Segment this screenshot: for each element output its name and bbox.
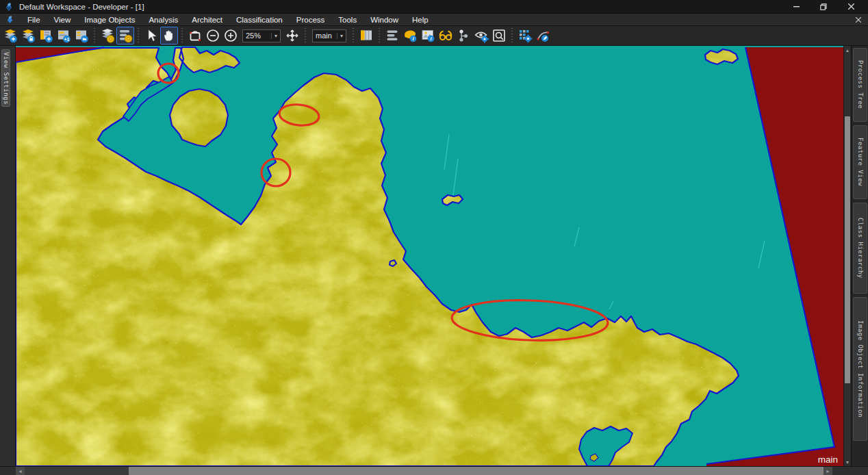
content-area: View Settings xyxy=(0,46,868,466)
import-scene-icon[interactable]: +1 xyxy=(55,27,73,44)
close-button[interactable] xyxy=(842,1,860,12)
toolbar-separator xyxy=(93,28,96,43)
view-combo[interactable]: main ▾ xyxy=(312,29,346,42)
window-title: Default Workspace - Developer - [1] xyxy=(19,3,787,11)
vertical-scroll-track[interactable] xyxy=(844,54,851,458)
split-view-icon[interactable] xyxy=(357,27,375,44)
tab-view-settings-label: View Settings xyxy=(3,52,10,105)
restore-button[interactable] xyxy=(815,1,832,12)
tab-class-hierarchy-label: Class Hierarchy xyxy=(857,218,864,279)
horizontal-scroll-track[interactable] xyxy=(25,467,129,475)
tab-image-object-information-label: Image Object Information xyxy=(857,320,864,418)
scroll-down-icon[interactable]: ▼ xyxy=(844,458,851,466)
tool-bar: +1 xyxy=(0,26,868,46)
toolbar-separator xyxy=(352,28,355,43)
horizontal-scroll-thumb[interactable] xyxy=(129,467,824,475)
menu-bar: File View Image Objects Analysis Archite… xyxy=(0,14,868,26)
chevron-down-icon: ▾ xyxy=(337,33,343,39)
manage-variables-icon[interactable] xyxy=(516,27,534,44)
classified-scene[interactable]: main xyxy=(16,46,843,466)
vertical-scroll-thumb[interactable] xyxy=(845,116,850,383)
single-layer-rows-icon[interactable] xyxy=(383,27,401,44)
pixel-view-info-icon[interactable]: i xyxy=(419,27,437,44)
create-project-icon[interactable] xyxy=(1,27,19,44)
toolbar-separator xyxy=(378,28,381,43)
menu-analysis[interactable]: Analysis xyxy=(142,14,185,25)
zoom-out-icon[interactable] xyxy=(204,27,222,44)
app-window: Default Workspace - Developer - [1] File… xyxy=(0,0,868,475)
chevron-down-icon: ▾ xyxy=(271,33,277,39)
zoom-level-combo[interactable]: 25% ▾ xyxy=(242,29,281,42)
menu-classification[interactable]: Classification xyxy=(229,14,290,25)
close-document-icon[interactable] xyxy=(856,17,861,23)
zoom-scene-icon[interactable] xyxy=(490,27,508,44)
tab-image-object-information[interactable]: Image Object Information xyxy=(853,297,867,441)
menu-tools[interactable]: Tools xyxy=(331,14,363,25)
viewer-pane-label: main xyxy=(818,454,838,465)
menu-process[interactable]: Process xyxy=(290,14,332,25)
tab-class-hierarchy[interactable]: Class Hierarchy xyxy=(853,203,867,294)
app-logo-icon xyxy=(4,2,14,12)
open-project-icon[interactable] xyxy=(73,27,90,44)
tab-process-tree-label: Process Tree xyxy=(857,60,864,109)
svg-text:+1: +1 xyxy=(64,37,70,42)
document-icon xyxy=(5,15,14,24)
scroll-left-icon[interactable]: ◄ xyxy=(16,467,25,475)
menu-items: File View Image Objects Analysis Archite… xyxy=(21,14,435,25)
navigate-icon[interactable] xyxy=(283,27,301,44)
menu-image-objects[interactable]: Image Objects xyxy=(77,14,142,25)
toolbar-separator xyxy=(137,28,140,43)
scrollbar-corner xyxy=(0,467,16,475)
object-levels-icon[interactable] xyxy=(455,27,472,44)
layer-mixing-icon[interactable] xyxy=(99,27,116,44)
title-bar: Default Workspace - Developer - [1] xyxy=(0,0,868,14)
toolbar-separator xyxy=(181,28,183,43)
menu-architect[interactable]: Architect xyxy=(185,14,229,25)
menu-window[interactable]: Window xyxy=(363,14,405,25)
map-viewer[interactable]: main xyxy=(16,46,843,466)
cursor-icon[interactable] xyxy=(142,27,160,44)
pan-icon[interactable] xyxy=(160,27,178,44)
toolbar-separator xyxy=(511,28,513,43)
right-tab-strip: Process Tree Feature View Class Hierarch… xyxy=(851,46,868,466)
zoom-in-icon[interactable] xyxy=(222,27,240,44)
left-tab-strip: View Settings xyxy=(0,46,16,466)
zoom-level-value: 25% xyxy=(246,31,268,40)
zoom-area-icon[interactable] xyxy=(186,27,204,44)
tab-view-settings[interactable]: View Settings xyxy=(1,49,10,107)
horizontal-scrollbar[interactable]: ◄ ► xyxy=(0,466,868,475)
lock-project-icon[interactable] xyxy=(19,27,37,44)
menu-file[interactable]: File xyxy=(21,14,47,25)
scroll-up-icon[interactable]: ▲ xyxy=(844,46,851,54)
toolbar-separator xyxy=(304,28,307,43)
add-scene-icon[interactable] xyxy=(37,27,55,44)
eye-settings-icon[interactable] xyxy=(472,27,490,44)
scrollbar-corner xyxy=(832,467,868,475)
show-objects-glasses-icon[interactable] xyxy=(437,27,455,44)
scroll-right-icon[interactable]: ► xyxy=(824,467,832,475)
menu-help[interactable]: Help xyxy=(405,14,435,25)
edit-polygons-icon[interactable] xyxy=(534,27,552,44)
vertical-scrollbar[interactable]: ▲ ▼ xyxy=(843,46,851,466)
tab-process-tree[interactable]: Process Tree xyxy=(853,48,867,122)
view-combo-value: main xyxy=(316,31,333,40)
menu-view[interactable]: View xyxy=(47,14,78,25)
minimize-button[interactable] xyxy=(787,1,805,12)
tab-feature-view-label: Feature View xyxy=(857,138,864,186)
edit-layer-mixing-icon[interactable] xyxy=(116,27,134,44)
classification-view-icon[interactable]: i xyxy=(401,27,419,44)
tab-feature-view[interactable]: Feature View xyxy=(853,125,867,199)
